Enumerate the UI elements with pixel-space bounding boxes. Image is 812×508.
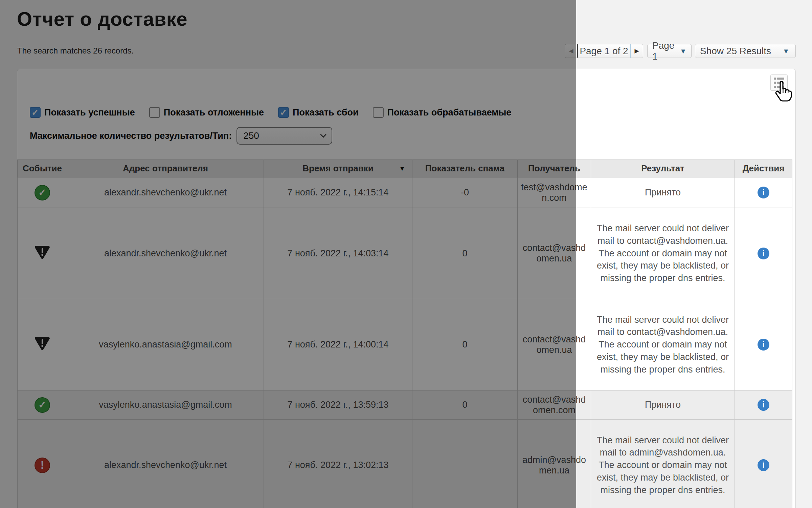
event-status-cell: ! bbox=[18, 420, 67, 508]
sender-cell: alexandr.shevchenko@ukr.net bbox=[67, 177, 264, 208]
checkbox-label: Показать обрабатываемые bbox=[387, 107, 512, 118]
error-exclamation-icon: ! bbox=[35, 458, 50, 473]
info-icon[interactable]: i bbox=[758, 459, 769, 471]
checkbox-label: Показать успешные bbox=[44, 107, 135, 118]
result-cell: Принято bbox=[591, 177, 735, 208]
checkbox-unchecked-icon[interactable] bbox=[149, 107, 160, 118]
chevron-down-icon: ▼ bbox=[783, 48, 789, 55]
table-row: ✓ vasylenko.anastasia@gmail.com 7 нояб. … bbox=[18, 390, 792, 420]
sender-cell: vasylenko.anastasia@gmail.com bbox=[67, 390, 264, 420]
next-page-button[interactable]: ▶ bbox=[630, 44, 643, 58]
actions-cell: i bbox=[735, 390, 792, 420]
page-title: Отчет о доставке bbox=[17, 7, 187, 30]
max-results-value: 250 bbox=[243, 130, 259, 141]
deferred-warning-icon bbox=[35, 245, 50, 259]
sender-cell: vasylenko.anastasia@gmail.com bbox=[67, 299, 264, 390]
time-cell: 7 нояб. 2022 г., 13:59:13 bbox=[264, 390, 412, 420]
show-results-dropdown[interactable]: Show 25 Results ▼ bbox=[695, 44, 796, 58]
table-header-row: Событие Адрес отправителя Время отправки… bbox=[18, 160, 792, 177]
pager-label: Page 1 of 2 bbox=[578, 44, 630, 58]
col-header-actions[interactable]: Действия bbox=[735, 160, 792, 177]
spam-score-cell: 0 bbox=[412, 208, 518, 299]
prev-page-icon: ◀ bbox=[569, 47, 573, 55]
chevron-down-icon: ▼ bbox=[680, 48, 686, 55]
spam-score-cell: -0 bbox=[412, 177, 518, 208]
actions-cell: i bbox=[735, 208, 792, 299]
info-icon[interactable]: i bbox=[758, 339, 769, 351]
table-row: alexandr.shevchenko@ukr.net 7 нояб. 2022… bbox=[18, 208, 792, 299]
actions-cell: i bbox=[735, 177, 792, 208]
recipient-cell: contact@vashdomen.com bbox=[518, 390, 591, 420]
filter-row: ✓ Показать успешные Показать отложенные … bbox=[30, 107, 795, 118]
recipient-cell: admin@vashdomen.ua bbox=[518, 420, 591, 508]
list-icon bbox=[774, 86, 784, 88]
sender-cell: alexandr.shevchenko@ukr.net bbox=[67, 208, 264, 299]
max-results-label: Максимальное количество результатов/Тип: bbox=[30, 131, 232, 141]
column-settings-button[interactable] bbox=[770, 75, 788, 91]
report-card: ✓ Показать успешные Показать отложенные … bbox=[17, 69, 796, 508]
sender-cell: alexandr.shevchenko@ukr.net bbox=[67, 420, 264, 508]
filter-show-processing[interactable]: Показать обрабатываемые bbox=[373, 107, 512, 118]
success-check-icon: ✓ bbox=[35, 397, 50, 413]
chevron-down-icon bbox=[320, 131, 326, 137]
event-status-cell bbox=[18, 299, 67, 390]
filter-show-deferred[interactable]: Показать отложенные bbox=[149, 107, 264, 118]
time-cell: 7 нояб. 2022 г., 13:02:13 bbox=[264, 420, 412, 508]
recipient-cell: contact@vashdomen.ua bbox=[518, 299, 591, 390]
recipient-cell: test@vashdomen.com bbox=[518, 177, 591, 208]
col-header-result[interactable]: Результат bbox=[591, 160, 735, 177]
list-icon bbox=[774, 78, 784, 80]
deferred-warning-icon bbox=[35, 336, 50, 351]
delivery-table: Событие Адрес отправителя Время отправки… bbox=[17, 160, 792, 508]
table-row: ✓ alexandr.shevchenko@ukr.net 7 нояб. 20… bbox=[18, 177, 792, 208]
spam-score-cell: 0 bbox=[412, 390, 518, 420]
checkbox-checked-icon[interactable]: ✓ bbox=[30, 107, 41, 118]
next-page-icon: ▶ bbox=[634, 47, 639, 55]
max-results-select[interactable]: 250 bbox=[236, 127, 332, 145]
info-icon[interactable]: i bbox=[758, 187, 769, 198]
info-icon[interactable]: i bbox=[758, 248, 769, 259]
table-row: ! alexandr.shevchenko@ukr.net 7 нояб. 20… bbox=[18, 420, 792, 508]
sort-desc-icon: ▼ bbox=[399, 165, 405, 172]
checkbox-label: Показать отложенные bbox=[164, 107, 264, 118]
result-cell: The mail server could not deliver mail t… bbox=[591, 299, 735, 390]
spam-score-cell: 0 bbox=[412, 299, 518, 390]
table-row: vasylenko.anastasia@gmail.com 7 нояб. 20… bbox=[18, 299, 792, 390]
checkbox-label: Показать сбои bbox=[293, 107, 359, 118]
actions-cell: i bbox=[735, 299, 792, 390]
event-status-cell: ✓ bbox=[18, 390, 67, 420]
show-results-value: Show 25 Results bbox=[700, 46, 771, 57]
actions-cell: i bbox=[735, 420, 792, 508]
info-icon[interactable]: i bbox=[758, 399, 769, 411]
result-cell: The mail server could not deliver mail t… bbox=[591, 420, 735, 508]
filter-show-failures[interactable]: ✓ Показать сбои bbox=[278, 107, 359, 118]
checkbox-checked-icon[interactable]: ✓ bbox=[278, 107, 289, 118]
event-status-cell bbox=[18, 208, 67, 299]
result-cell: Принято bbox=[591, 390, 735, 420]
pager: ◀ Page 1 of 2 ▶ bbox=[565, 44, 643, 58]
col-header-time[interactable]: Время отправки ▼ bbox=[264, 160, 412, 177]
page-select-dropdown[interactable]: Page 1 ▼ bbox=[647, 44, 692, 58]
checkbox-unchecked-icon[interactable] bbox=[373, 107, 384, 118]
records-summary: The search matches 26 records. bbox=[17, 46, 134, 56]
col-header-sender[interactable]: Адрес отправителя bbox=[67, 160, 264, 177]
time-cell: 7 нояб. 2022 г., 14:03:14 bbox=[264, 208, 412, 299]
time-cell: 7 нояб. 2022 г., 14:00:14 bbox=[264, 299, 412, 390]
prev-page-button[interactable]: ◀ bbox=[565, 44, 578, 58]
result-cell: The mail server could not deliver mail t… bbox=[591, 208, 735, 299]
page-select-value: Page 1 bbox=[652, 40, 680, 62]
time-cell: 7 нояб. 2022 г., 14:15:14 bbox=[264, 177, 412, 208]
col-header-event[interactable]: Событие bbox=[18, 160, 67, 177]
spam-score-cell bbox=[412, 420, 518, 508]
event-status-cell: ✓ bbox=[18, 177, 67, 208]
col-header-recipient[interactable]: Получатель bbox=[518, 160, 591, 177]
list-icon bbox=[774, 82, 784, 84]
recipient-cell: contact@vashdomen.ua bbox=[518, 208, 591, 299]
success-check-icon: ✓ bbox=[35, 185, 50, 200]
max-results-row: Максимальное количество результатов/Тип:… bbox=[30, 127, 795, 145]
col-header-spam[interactable]: Показатель спама bbox=[412, 160, 518, 177]
filter-show-successful[interactable]: ✓ Показать успешные bbox=[30, 107, 135, 118]
